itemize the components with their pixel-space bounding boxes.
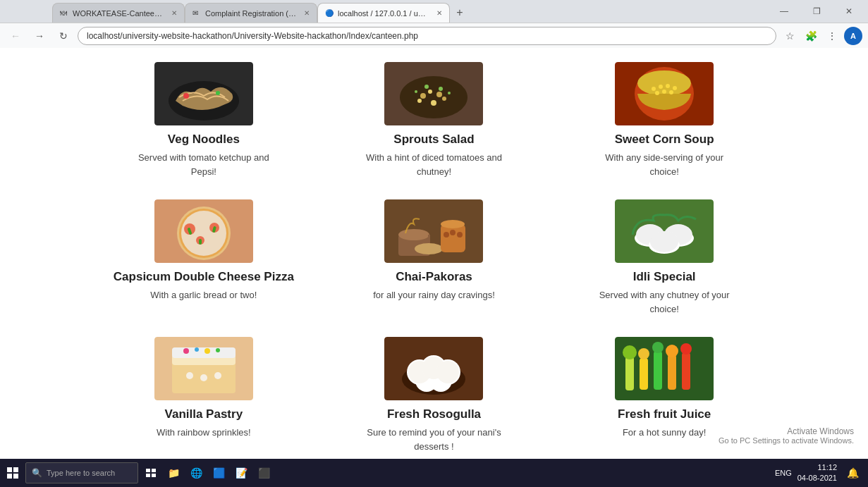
svg-rect-75: [654, 351, 662, 390]
svg-point-22: [673, 86, 677, 90]
svg-rect-35: [199, 239, 202, 245]
user-avatar[interactable]: A: [844, 27, 862, 45]
bookmark-icon[interactable]: ☆: [781, 27, 799, 45]
food-image-capsicum-pizza: [154, 199, 253, 263]
tab-workatease[interactable]: 🍽 WORKATEASE-Canteen service ✕: [52, 3, 185, 23]
svg-point-44: [450, 230, 456, 235]
food-image-sprouts-salad: [384, 62, 483, 125]
svg-point-52: [650, 231, 678, 252]
food-desc-veg-noodles: Served with tomato ketchup and Pepsi!: [133, 151, 274, 178]
svg-rect-85: [7, 467, 12, 472]
tab-canteen[interactable]: 🔵 localhost / 127.0.0.1 / university... …: [317, 3, 450, 23]
svg-rect-92: [152, 474, 156, 474]
svg-rect-90: [152, 469, 156, 472]
food-image-fresh-fruit-juice: [615, 337, 714, 400]
food-name-fresh-rosogulla: Fresh Rosogulla: [387, 407, 481, 421]
tab-close-1[interactable]: ✕: [171, 9, 177, 17]
svg-rect-79: [625, 357, 634, 390]
svg-point-83: [666, 345, 678, 357]
vscode-button[interactable]: ⬛: [254, 463, 274, 474]
svg-point-59: [204, 348, 210, 354]
svg-point-45: [457, 232, 463, 238]
tab-complaint[interactable]: ✉ Complaint Registration (Works! ✕: [185, 3, 317, 23]
food-desc-fresh-rosogulla: Sure to remind you of your nani's desser…: [363, 426, 504, 453]
food-image-idli-special: [615, 199, 714, 263]
start-button[interactable]: [3, 463, 23, 474]
food-desc-sprouts-salad: With a hint of diced tomatoes and chutne…: [363, 151, 504, 178]
sticky-notes-button[interactable]: 📝: [231, 463, 251, 474]
taskbar-eng: ENG: [775, 469, 792, 474]
taskbar-left: 🔍 Type here to search 📁 🌐 🟦 📝 ⬛: [0, 462, 274, 474]
forward-button[interactable]: →: [30, 26, 49, 46]
food-item-idli-special: Idli SpecialServed with any chutney of y…: [556, 199, 773, 316]
address-bar-right: ☆ 🧩 ⋮ A: [781, 27, 862, 45]
browser-chrome: 🍽 WORKATEASE-Canteen service ✕ ✉ Complai…: [0, 0, 868, 48]
tab-title-2: Complaint Registration (Works!: [205, 9, 297, 18]
food-image-veg-noodles: [154, 62, 253, 125]
food-name-veg-noodles: Veg Noodles: [168, 132, 240, 147]
task-view-button[interactable]: [141, 463, 161, 474]
tab-favicon-3: 🔵: [325, 9, 334, 18]
svg-point-23: [655, 91, 659, 95]
food-image-sweet-corn-soup: [615, 62, 714, 125]
url-bar[interactable]: localhost/university-website-hackathon/U…: [78, 27, 776, 45]
maximize-button[interactable]: ❐: [800, 0, 833, 23]
food-desc-idli-special: Served with any chutney of your choice!: [594, 288, 735, 316]
svg-point-12: [424, 85, 429, 89]
food-image-vanilla-pastry: [154, 337, 253, 400]
minimize-button[interactable]: —: [768, 0, 800, 23]
svg-point-20: [659, 85, 663, 89]
back-button[interactable]: ←: [6, 26, 25, 46]
food-name-sweet-corn-soup: Sweet Corn Soup: [615, 132, 714, 147]
svg-point-25: [669, 90, 673, 94]
taskbar-date-value: 04-08-2021: [797, 473, 837, 474]
taskbar-search-box[interactable]: 🔍 Type here to search: [25, 462, 138, 474]
chrome-button[interactable]: 🌐: [186, 463, 206, 474]
taskbar-right: ENG 11:12 04-08-2021 🔔: [775, 462, 868, 474]
svg-point-82: [652, 342, 664, 353]
food-name-vanilla-pastry: Vanilla Pastry: [165, 407, 243, 421]
food-item-vanilla-pastry: Vanilla PastryWith rainbow sprinkles!: [96, 337, 312, 453]
address-bar: ← → ↻ localhost/university-website-hacka…: [0, 23, 868, 48]
new-tab-button[interactable]: +: [450, 3, 470, 23]
svg-point-62: [200, 374, 207, 381]
food-desc-fresh-fruit-juice: For a hot sunny day!: [623, 426, 707, 440]
svg-rect-86: [13, 467, 18, 472]
food-desc-sweet-corn-soup: With any side-serving of your choice!: [594, 151, 735, 178]
food-item-fresh-rosogulla: Fresh RosogullaSure to remind you of you…: [326, 337, 542, 453]
taskbar: 🔍 Type here to search 📁 🌐 🟦 📝 ⬛ ENG 11:1…: [0, 459, 868, 474]
close-button[interactable]: ✕: [833, 0, 865, 23]
extensions-icon[interactable]: 🧩: [802, 27, 820, 45]
food-name-capsicum-pizza: Capsicum Double Cheese Pizza: [114, 270, 294, 284]
window-controls: — ❐ ✕: [768, 0, 865, 23]
food-item-capsicum-pizza: Capsicum Double Cheese PizzaWith a garli…: [96, 199, 312, 316]
svg-point-80: [623, 345, 637, 359]
svg-point-7: [428, 90, 432, 94]
notification-button[interactable]: 🔔: [843, 463, 862, 474]
taskbar-time-value: 11:12: [797, 462, 837, 473]
page-content: Veg NoodlesServed with tomato ketchup an…: [0, 48, 868, 474]
tab-close-3[interactable]: ✕: [436, 9, 442, 17]
svg-rect-91: [146, 474, 150, 474]
tab-favicon-2: ✉: [192, 9, 201, 18]
file-explorer-button[interactable]: 📁: [164, 463, 183, 474]
food-desc-vanilla-pastry: With rainbow sprinkles!: [157, 426, 251, 440]
svg-point-84: [680, 343, 692, 355]
svg-point-14: [448, 92, 451, 94]
title-bar: 🍽 WORKATEASE-Canteen service ✕ ✉ Complai…: [0, 0, 868, 23]
svg-point-8: [436, 92, 442, 97]
svg-point-10: [442, 97, 446, 101]
svg-point-19: [652, 87, 656, 91]
reload-button[interactable]: ↻: [54, 26, 73, 46]
svg-rect-88: [13, 474, 18, 474]
teams-button[interactable]: 🟦: [209, 463, 228, 474]
tab-favicon-1: 🍽: [60, 9, 68, 18]
svg-point-42: [441, 220, 465, 228]
svg-point-21: [666, 84, 670, 88]
tab-close-2[interactable]: ✕: [304, 9, 310, 17]
svg-point-60: [216, 348, 220, 352]
svg-point-57: [183, 348, 189, 354]
svg-point-40: [415, 243, 443, 254]
settings-icon[interactable]: ⋮: [823, 27, 841, 45]
tabs-area: 🍽 WORKATEASE-Canteen service ✕ ✉ Complai…: [3, 0, 470, 23]
